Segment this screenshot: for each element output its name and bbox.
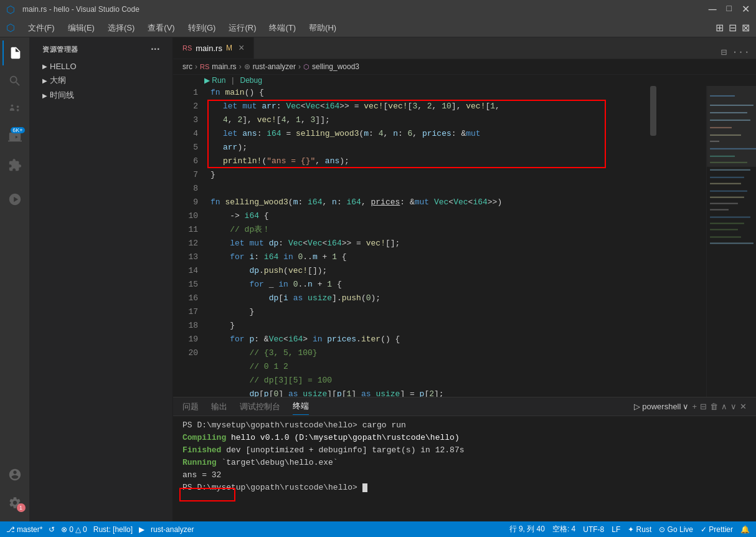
menu-file[interactable]: 文件(F) xyxy=(23,21,60,35)
status-language[interactable]: ✦ Rust xyxy=(628,525,651,534)
run-status-icon: ▶ xyxy=(139,525,144,534)
tab-filename: main.rs xyxy=(196,44,222,53)
menu-help[interactable]: 帮助(H) xyxy=(304,21,341,35)
search-icon[interactable] xyxy=(2,69,27,93)
terminal-tab-controls: ▷ powershell ∨ + ⊟ 🗑 ∧ ∨ ✕ xyxy=(634,402,747,411)
chevron-down-icon[interactable]: ∨ xyxy=(683,402,689,411)
breadcrumb-src[interactable]: src xyxy=(182,62,192,71)
menu-edit[interactable]: 编辑(E) xyxy=(63,21,100,35)
tab-close-icon[interactable]: × xyxy=(239,42,244,54)
line-col-text: 行 9, 列 40 xyxy=(509,524,545,535)
terminal-tab-output[interactable]: 输出 xyxy=(211,399,227,415)
menubar: ⬡ 文件(F) 编辑(E) 选择(S) 查看(V) 转到(G) 运行(R) 终端… xyxy=(0,19,756,37)
minimize-btn[interactable]: ─ xyxy=(709,3,717,16)
status-errors[interactable]: ⊗ 0 △ 0 xyxy=(61,525,87,534)
terminal-tab-debug-console[interactable]: 调试控制台 xyxy=(240,399,280,415)
terminal-cursor xyxy=(362,483,367,492)
menu-goto[interactable]: 转到(G) xyxy=(183,21,221,35)
menu-view[interactable]: 查看(V) xyxy=(143,21,179,35)
code-line-4: let ans: i64 = selling_wood3(m: 4, n: 6,… xyxy=(204,127,706,141)
more-actions-icon[interactable]: ··· xyxy=(732,47,750,58)
close-btn[interactable]: ✕ xyxy=(742,3,750,16)
breadcrumb-sep1: › xyxy=(195,62,197,71)
line-num-20: 20 xyxy=(173,346,198,360)
split-terminal-icon[interactable]: ⊟ xyxy=(700,402,707,411)
status-go-live[interactable]: ⊙ Go Live xyxy=(659,525,693,534)
shell-selector[interactable]: ▷ powershell ∨ xyxy=(634,402,689,411)
tab-bar: RS main.rs M × ⊟ ··· xyxy=(173,37,756,59)
svg-rect-22 xyxy=(710,242,754,244)
source-control-icon[interactable] xyxy=(2,97,27,121)
status-notifications[interactable]: 🔔 xyxy=(740,525,750,534)
status-sync[interactable]: ↺ xyxy=(49,525,55,534)
encoding-text: UTF-8 xyxy=(583,525,604,534)
extensions-icon[interactable] xyxy=(2,153,27,178)
account-icon[interactable] xyxy=(2,462,27,487)
window-controls[interactable]: ─ □ ✕ xyxy=(709,3,750,16)
tab-file-icon: RS xyxy=(182,44,192,52)
delete-terminal-icon[interactable]: 🗑 xyxy=(710,402,718,411)
sidebar-more-icon[interactable]: ··· xyxy=(151,44,160,55)
split-editor-icon[interactable]: ⊟ xyxy=(721,46,727,59)
code-line-14: dp.push(vec![]); xyxy=(204,264,706,278)
status-encoding[interactable]: UTF-8 xyxy=(583,525,604,534)
status-spaces[interactable]: 空格: 4 xyxy=(552,524,575,535)
code-line-19: for p: &Vec<i64> in prices.iter() { xyxy=(204,333,706,346)
sidebar-header: 资源管理器 ··· xyxy=(30,37,172,58)
layout-icon[interactable]: ⊞ xyxy=(716,22,724,34)
line-num-10: 10 xyxy=(173,209,198,223)
code-editor[interactable]: 1 2 3 4 5 6 7 8 9 10 11 12 13 14 xyxy=(173,86,706,397)
code-line-11: // dp表！ xyxy=(204,223,706,237)
status-branch[interactable]: ⎇ master* xyxy=(6,525,42,534)
maximize-terminal-icon[interactable]: ∨ xyxy=(730,402,737,411)
maximize-btn[interactable]: □ xyxy=(727,3,732,16)
split-icon[interactable]: ⊟ xyxy=(729,22,737,34)
menu-terminal[interactable]: 终端(T) xyxy=(264,21,301,35)
breadcrumb-selling-wood3[interactable]: selling_wood3 xyxy=(312,62,359,71)
explorer-icon[interactable] xyxy=(2,40,27,65)
terminal-content[interactable]: PS D:\mysetup\gopath\rustcode\hello> car… xyxy=(173,416,756,521)
line-num-16: 16 xyxy=(173,292,198,305)
tab-main-rs[interactable]: RS main.rs M × xyxy=(173,37,254,59)
bell-icon: 🔔 xyxy=(740,525,750,534)
settings-icon[interactable]: 1 xyxy=(2,490,27,515)
status-rust-analyzer[interactable]: rust-analyzer xyxy=(151,525,194,534)
terminal-tab-terminal[interactable]: 终端 xyxy=(293,398,309,415)
sidebar-item-timeline[interactable]: ▶ 时间线 xyxy=(30,88,172,103)
status-line-col[interactable]: 行 9, 列 40 xyxy=(509,524,545,535)
collapse-terminal-icon[interactable]: ∧ xyxy=(721,402,727,411)
titlebar-menu-hint: main.rs - hello - Visual Studio Code xyxy=(22,5,139,14)
menu-run[interactable]: 运行(R) xyxy=(224,21,261,35)
line-num-1: 1 xyxy=(173,86,198,100)
line-num-3: 3 xyxy=(173,113,198,127)
rust-hello-label: Rust: [hello] xyxy=(93,525,133,534)
add-terminal-icon[interactable]: + xyxy=(692,402,697,411)
line-num-12: 12 xyxy=(173,237,198,250)
sidebar-item-outline[interactable]: ▶ 大纲 xyxy=(30,73,172,88)
scrollbar-track xyxy=(650,86,656,397)
rust-analyzer-label: rust-analyzer xyxy=(151,525,194,534)
code-content[interactable]: fn main() { let mut arr: Vec<Vec<i64>> =… xyxy=(204,86,706,397)
hello-label: HELLO xyxy=(50,62,77,71)
docker-icon[interactable] xyxy=(2,187,27,212)
breadcrumb-main-rs[interactable]: main.rs xyxy=(212,62,236,71)
status-run-btn[interactable]: ▶ xyxy=(139,525,144,534)
run-debug-icon[interactable]: 6K+ xyxy=(2,125,27,150)
vscode-icon: ⬡ xyxy=(6,4,15,16)
scrollbar-thumb[interactable] xyxy=(650,86,656,136)
sidebar-item-hello[interactable]: ▶ HELLO xyxy=(30,60,172,73)
warning-count: 0 xyxy=(83,525,87,534)
debug-link[interactable]: Debug xyxy=(240,76,262,85)
breadcrumb-rust-analyzer-text[interactable]: rust-analyzer xyxy=(253,62,296,71)
close-terminal-icon[interactable]: ✕ xyxy=(740,402,747,411)
status-line-ending[interactable]: LF xyxy=(612,525,620,534)
menu-select[interactable]: 选择(S) xyxy=(103,21,139,35)
status-rust-hello[interactable]: Rust: [hello] xyxy=(93,525,133,534)
run-link[interactable]: ▶ Run xyxy=(204,76,225,85)
branch-icon: ⎇ xyxy=(6,525,15,534)
grid-icon[interactable]: ⊠ xyxy=(742,22,750,34)
terminal-tab-problems[interactable]: 问题 xyxy=(182,399,199,415)
status-prettier[interactable]: ✓ Prettier xyxy=(701,525,733,534)
sidebar-title: 资源管理器 xyxy=(42,45,78,54)
code-line-12: let mut dp: Vec<Vec<i64>> = vec![]; xyxy=(204,237,706,250)
